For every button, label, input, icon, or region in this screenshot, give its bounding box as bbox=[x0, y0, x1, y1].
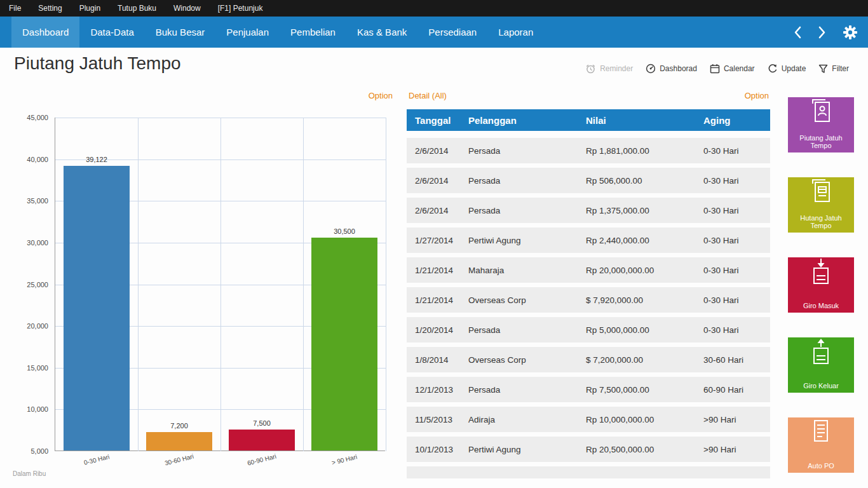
tile-hutang-jatuh-tempo[interactable]: Hutang Jatuh Tempo bbox=[788, 177, 854, 233]
cell-tanggal: 10/1/2013 bbox=[415, 445, 468, 454]
y-axis-label: 35,000 bbox=[11, 197, 48, 205]
nav-tab-persediaan[interactable]: Persediaan bbox=[417, 17, 487, 48]
table-header: TanggalPelangganNilaiAging bbox=[407, 109, 770, 131]
y-axis-label: 30,000 bbox=[11, 239, 48, 247]
bar-value-label: 39,122 bbox=[55, 156, 138, 163]
detail-option-link[interactable]: Option bbox=[745, 91, 769, 100]
y-axis-label: 10,000 bbox=[11, 405, 48, 413]
tile-label: Giro Masuk bbox=[789, 302, 853, 309]
table-row[interactable]: 12/1/2013PersadaRp 7,500,000.0060-90 Har… bbox=[407, 377, 770, 402]
chart-bar-60-90-hari[interactable] bbox=[229, 430, 295, 451]
cell-tanggal: 2/6/2014 bbox=[415, 146, 468, 156]
update-button[interactable]: Update bbox=[768, 64, 806, 74]
cell-nilai: Rp 20,000,000.00 bbox=[586, 266, 703, 275]
cell-tanggal: 11/5/2013 bbox=[415, 415, 468, 424]
v-gridline bbox=[138, 118, 139, 451]
chart-bar-30-60-hari[interactable] bbox=[146, 432, 212, 451]
tile-giro-keluar[interactable]: Giro Keluar bbox=[788, 337, 854, 393]
table-row[interactable]: 11/5/2013AdirajaRp 10,000,000.00>90 Hari bbox=[407, 407, 770, 432]
tile-auto-po[interactable]: Auto PO bbox=[788, 417, 854, 473]
cell-pelanggan: Pertiwi Agung bbox=[468, 236, 586, 245]
page-title: Piutang Jatuh Tempo bbox=[14, 53, 181, 74]
cell-aging: 0-30 Hari bbox=[703, 325, 770, 335]
cell-nilai: Rp 10,000,000.00 bbox=[586, 415, 703, 424]
tile-label: Giro Keluar bbox=[789, 382, 853, 390]
menubar: FileSettingPluginTutup BukuWindow[F1] Pe… bbox=[0, 0, 868, 17]
column-header-tanggal: Tanggal bbox=[415, 115, 468, 126]
filter-label: Filter bbox=[832, 64, 849, 73]
cell-nilai: Rp 1,375,000.00 bbox=[586, 206, 703, 215]
cell-aging: >90 Hari bbox=[703, 415, 770, 424]
cell-pelanggan: Overseas Corp bbox=[468, 295, 586, 305]
cell-pelanggan: Overseas Corp bbox=[468, 355, 586, 365]
bar-value-label: 7,500 bbox=[220, 419, 303, 427]
v-gridline bbox=[386, 118, 386, 451]
table-row[interactable]: 1/21/2014Overseas Corp$ 7,920,000.000-30… bbox=[407, 287, 770, 313]
chevron-right-icon bbox=[818, 25, 827, 39]
table-row[interactable]: 2/6/2014PersadaRp 1,881,000.000-30 Hari bbox=[407, 138, 770, 163]
chart-bar-0-30-hari[interactable] bbox=[64, 166, 130, 451]
cell-pelanggan: Pertiwi Agung bbox=[468, 445, 586, 454]
refresh-icon bbox=[768, 64, 778, 74]
filter-button[interactable]: Filter bbox=[818, 64, 849, 74]
nav-tab-buku-besar[interactable]: Buku Besar bbox=[145, 17, 216, 48]
cell-aging: 60-90 Hari bbox=[703, 385, 770, 395]
cell-aging: 30-60 Hari bbox=[703, 355, 770, 365]
table-row[interactable]: 1/21/2014MaharajaRp 20,000,000.000-30 Ha… bbox=[407, 257, 770, 283]
chart-footnote: Dalam Ribu bbox=[13, 470, 46, 477]
dashboard-button[interactable]: Dashborad bbox=[646, 64, 697, 74]
auto-po-document-icon bbox=[806, 417, 836, 447]
menu-item-window[interactable]: Window bbox=[173, 4, 201, 13]
chart-option-link[interactable]: Option bbox=[369, 91, 393, 100]
reminder-label: Reminder bbox=[600, 64, 633, 73]
menu-item-setting[interactable]: Setting bbox=[38, 4, 62, 13]
nav-tab-laporan[interactable]: Laporan bbox=[487, 17, 544, 48]
gauge-icon bbox=[646, 64, 656, 74]
nav-tab-data-data[interactable]: Data-Data bbox=[79, 17, 144, 48]
cell-nilai: $ 7,200,000.00 bbox=[586, 355, 703, 365]
tile-giro-masuk[interactable]: Giro Masuk bbox=[788, 257, 854, 313]
cell-aging: 0-30 Hari bbox=[703, 236, 770, 245]
table-row[interactable]: 2/6/2014PersadaRp 506,000.000-30 Hari bbox=[407, 168, 770, 193]
menu-item-tutup-buku[interactable]: Tutup Buku bbox=[118, 4, 156, 13]
table-row[interactable]: 1/8/2014Overseas Corp$ 7,200,000.0030-60… bbox=[407, 347, 770, 372]
cell-nilai: Rp 5,000,000.00 bbox=[586, 325, 703, 335]
table-row[interactable]: 10/1/2013Pertiwi AgungRp 20,500,000.00>9… bbox=[407, 437, 770, 462]
nav-tab-kas-bank[interactable]: Kas & Bank bbox=[346, 17, 417, 48]
chart-plot: 39,1220-30 Hari7,20030-60 Hari7,50060-90… bbox=[55, 118, 385, 451]
calendar-button[interactable]: Calendar bbox=[710, 64, 755, 74]
menu-item-f1-petunjuk[interactable]: [F1] Petunjuk bbox=[218, 4, 263, 13]
detail-title: Detail (All) bbox=[409, 91, 447, 100]
v-gridline bbox=[303, 118, 304, 451]
nav-tabs: DashboardData-DataBuku BesarPenjualanPem… bbox=[11, 17, 544, 48]
menu-item-plugin[interactable]: Plugin bbox=[79, 4, 100, 13]
nav-tab-penjualan[interactable]: Penjualan bbox=[215, 17, 280, 48]
nav-forward-button[interactable] bbox=[818, 25, 827, 39]
nav-right-controls bbox=[793, 17, 858, 48]
table-row[interactable]: 1/20/2014PersadaRp 5,000,000.000-30 Hari bbox=[407, 317, 770, 342]
cell-tanggal: 1/20/2014 bbox=[415, 325, 468, 335]
chart-bar-90-hari[interactable] bbox=[311, 238, 377, 451]
menu-item-file[interactable]: File bbox=[9, 4, 21, 13]
column-header-nilai: Nilai bbox=[586, 115, 703, 126]
table-row[interactable]: 2/6/2014PersadaRp 1,375,000.000-30 Hari bbox=[407, 198, 770, 223]
tile-label: Auto PO bbox=[789, 462, 853, 470]
column-header-aging: Aging bbox=[703, 115, 770, 126]
nav-back-button[interactable] bbox=[793, 25, 802, 39]
v-gridline bbox=[220, 118, 221, 451]
y-axis-label: 45,000 bbox=[11, 114, 48, 121]
cell-aging: >90 Hari bbox=[703, 445, 770, 454]
settings-button[interactable] bbox=[843, 25, 858, 40]
table-body: 2/6/2014PersadaRp 1,881,000.000-30 Hari2… bbox=[407, 131, 770, 478]
nav-tab-dashboard[interactable]: Dashboard bbox=[11, 17, 79, 48]
tile-piutang-jatuh-tempo[interactable]: Piutang Jatuh Tempo bbox=[788, 97, 854, 152]
reminder-button[interactable]: Reminder bbox=[585, 64, 633, 74]
bar-value-label: 30,500 bbox=[303, 227, 386, 235]
cell-pelanggan: Persada bbox=[468, 206, 586, 215]
cell-tanggal: 12/1/2013 bbox=[415, 385, 468, 395]
y-axis-label: 25,000 bbox=[11, 281, 48, 288]
cell-aging: 0-30 Hari bbox=[703, 146, 770, 156]
table-row[interactable]: 1/27/2014Pertiwi AgungRp 2,440,000.000-3… bbox=[407, 227, 770, 253]
nav-tab-pembelian[interactable]: Pembelian bbox=[280, 17, 346, 48]
cell-pelanggan: Maharaja bbox=[468, 266, 586, 275]
